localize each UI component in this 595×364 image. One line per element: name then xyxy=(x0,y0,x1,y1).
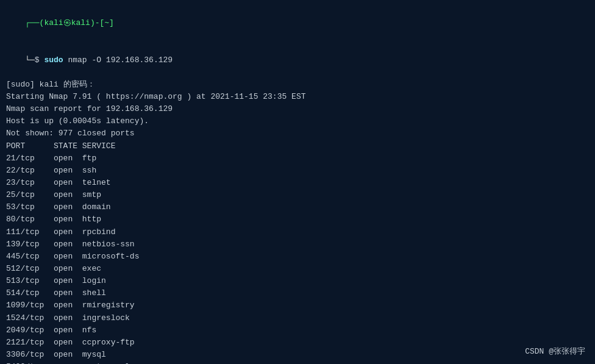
port-3306: 3306/tcp open mysql xyxy=(6,349,589,361)
sudo-password-prompt: [sudo] kali 的密码： xyxy=(6,79,589,91)
port-139: 139/tcp open netbios-ssn xyxy=(6,238,589,251)
port-25: 25/tcp open smtp xyxy=(6,189,589,201)
dollar-sign: $ xyxy=(35,55,45,65)
not-shown-line: Not shown: 977 closed ports xyxy=(6,127,589,140)
port-514: 514/tcp open shell xyxy=(6,287,589,299)
prompt-dash: └─ xyxy=(25,55,35,65)
port-1099: 1099/tcp open rmiregistry xyxy=(6,299,589,312)
hostname: kali xyxy=(71,18,90,27)
port-2049: 2049/tcp open nfs xyxy=(6,324,589,337)
bracket-close: )-[ xyxy=(90,18,104,27)
at-symbol: ㉿ xyxy=(63,18,71,27)
port-5432: 5432/tcp open postgresql xyxy=(6,361,589,364)
sudo-keyword: sudo xyxy=(44,55,63,65)
port-1524: 1524/tcp open ingreslock xyxy=(6,312,589,324)
scan-report-line: Nmap scan report for 192.168.36.129 xyxy=(6,103,589,115)
prompt-line-2: └─$ sudo nmap -O 192.168.36.129 xyxy=(6,41,589,78)
port-513: 513/tcp open login xyxy=(6,275,589,287)
port-header-line: PORT STATE SERVICE xyxy=(6,140,589,152)
username: kali xyxy=(44,18,63,27)
port-22: 22/tcp open ssh xyxy=(6,165,589,177)
port-23: 23/tcp open telnet xyxy=(6,177,589,189)
bracket-open: ┌──( xyxy=(25,18,44,27)
port-80: 80/tcp open http xyxy=(6,213,589,226)
port-445: 445/tcp open microsoft-ds xyxy=(6,251,589,263)
nmap-start-line: Starting Nmap 7.91 ( https://nmap.org ) … xyxy=(6,91,589,103)
port-2121: 2121/tcp open ccproxy-ftp xyxy=(6,337,589,349)
nmap-command: nmap -O 192.168.36.129 xyxy=(63,55,173,65)
port-111: 111/tcp open rpcbind xyxy=(6,226,589,238)
port-53: 53/tcp open domain xyxy=(6,201,589,213)
port-512: 512/tcp open exec xyxy=(6,263,589,275)
path: ~ xyxy=(104,18,109,27)
port-21: 21/tcp open ftp xyxy=(6,152,589,165)
terminal-window: ┌──(kali㉿kali)-[~] └─$ sudo nmap -O 192.… xyxy=(0,0,595,364)
host-up-line: Host is up (0.00045s latency). xyxy=(6,115,589,127)
path-bracket-close: ] xyxy=(109,18,114,27)
prompt-line-1: ┌──(kali㉿kali)-[~] xyxy=(6,5,589,41)
watermark: CSDN @张张得宇 xyxy=(525,346,585,357)
